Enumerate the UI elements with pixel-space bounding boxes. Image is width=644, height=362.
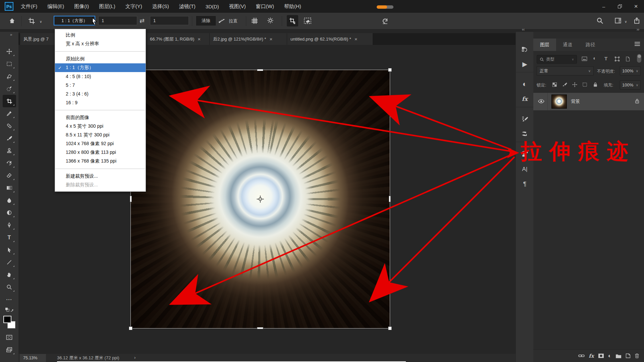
tab-close-icon[interactable]: × — [198, 36, 201, 42]
actions-panel-icon[interactable]: ▶ — [516, 58, 534, 70]
lock-transparency-icon[interactable] — [552, 82, 557, 88]
screen-mode-button[interactable] — [3, 344, 16, 356]
workspace-chevron-icon[interactable]: ∨ — [625, 20, 627, 23]
filter-adjustment-layers-icon[interactable]: ◐ — [593, 55, 596, 61]
layer-filter-select[interactable]: 类型 ∨ — [537, 55, 577, 64]
clone-stamp-tool[interactable] — [3, 144, 16, 157]
color-swatches[interactable] — [3, 315, 16, 331]
search-icon[interactable] — [596, 17, 603, 24]
menu-filter[interactable]: 滤镜(T) — [179, 3, 196, 10]
gradient-tool[interactable] — [3, 182, 16, 194]
crop-handle-bottom-right[interactable] — [388, 326, 392, 330]
menu-edit[interactable]: 编辑(E) — [47, 3, 64, 10]
lock-position-icon[interactable] — [572, 82, 577, 88]
crop-settings-gear-icon[interactable] — [267, 17, 274, 24]
toolbar-expand-icon[interactable]: ›› — [10, 33, 12, 37]
lock-pixels-icon[interactable] — [562, 82, 567, 88]
home-icon[interactable] — [9, 17, 15, 24]
dodge-tool[interactable] — [3, 206, 16, 219]
filter-shape-layers-icon[interactable] — [614, 56, 620, 63]
tab-paths[interactable]: 路径 — [579, 39, 602, 51]
edit-toolbar-button[interactable]: ··· — [3, 293, 16, 306]
aspect-ratio-select[interactable]: 1 : 1（方形） — [54, 16, 95, 25]
menu-window[interactable]: 窗口(W) — [256, 3, 274, 10]
layer-row-background[interactable]: 背景 — [533, 93, 644, 110]
adjustments-panel-icon[interactable]: ◐ — [516, 78, 534, 90]
history-panel-icon[interactable] — [516, 44, 534, 56]
crop-handle-top[interactable] — [257, 69, 263, 71]
new-layer-icon[interactable] — [626, 353, 631, 358]
fill-select[interactable]: 100% ∨ — [620, 80, 641, 89]
filter-pixel-layers-icon[interactable] — [582, 56, 587, 63]
crop-tool-preset-icon[interactable] — [28, 17, 35, 24]
zoom-tool[interactable] — [3, 281, 16, 293]
menu-item-4-5[interactable]: 4 : 5 (8 : 10) — [55, 72, 146, 81]
tab-hou2[interactable]: 后2.jpg @ 121%(RGB/8#) * × — [210, 33, 287, 45]
menu-3d[interactable]: 3D(D) — [206, 4, 219, 9]
crop-width-input[interactable]: 1 — [98, 16, 137, 25]
tab-channels[interactable]: 通道 — [556, 39, 579, 51]
reset-icon[interactable] — [381, 17, 389, 25]
content-aware-icon[interactable] — [304, 17, 312, 25]
menu-item-1280x800[interactable]: 1280 x 800 像素 113 ppi — [55, 148, 146, 157]
styles-panel-icon[interactable]: fx — [516, 93, 534, 105]
menu-item-front-image[interactable]: 前面的图像 — [55, 113, 146, 122]
menu-select[interactable]: 选择(S) — [152, 3, 169, 10]
restore-button[interactable] — [612, 0, 628, 13]
hand-tool[interactable] — [3, 268, 16, 281]
panel-menu-icon[interactable] — [635, 42, 640, 46]
crop-handle-bottom-left[interactable] — [129, 326, 132, 330]
menu-item-85x11-300ppi[interactable]: 8.5 x 11 英寸 300 ppi — [55, 131, 146, 139]
menu-item-4x5-300ppi[interactable]: 4 x 5 英寸 300 ppi — [55, 122, 146, 131]
add-layer-mask-icon[interactable] — [598, 353, 604, 358]
delete-layer-icon[interactable] — [635, 353, 639, 358]
expand-panels-icon[interactable]: ›› — [637, 27, 639, 32]
menu-item-wxhxres[interactable]: 宽 x 高 x 分辨率 — [55, 40, 146, 48]
history-brush-tool[interactable] — [3, 157, 16, 169]
brush-tool[interactable] — [3, 132, 16, 144]
path-selection-tool[interactable] — [3, 244, 16, 256]
link-layers-icon[interactable] — [578, 354, 585, 358]
blend-mode-select[interactable]: 正常 ∨ — [537, 66, 594, 75]
chevron-down-icon[interactable]: ∨ — [40, 20, 42, 23]
quick-selection-tool[interactable] — [3, 82, 16, 95]
menu-item-1024x768[interactable]: 1024 x 768 像素 92 ppi — [55, 139, 146, 148]
tab-close-icon[interactable]: × — [355, 36, 358, 42]
menu-item-1-1-square[interactable]: ✓ 1 : 1（方形） — [55, 63, 146, 72]
filter-smart-objects-icon[interactable] — [625, 56, 630, 63]
opacity-select[interactable]: 100% ∨ — [620, 66, 641, 75]
menu-item-1366x768[interactable]: 1366 x 768 像素 135 ppi — [55, 157, 146, 166]
crop-handle-top-right[interactable] — [388, 68, 392, 72]
foreground-color-swatch[interactable] — [3, 316, 11, 323]
filter-type-layers-icon[interactable]: T — [604, 56, 607, 61]
overlay-grid-icon[interactable] — [251, 17, 258, 24]
menu-help[interactable]: 帮助(H) — [284, 3, 301, 10]
menu-item-original-ratio[interactable]: 原始比例 — [55, 55, 146, 63]
workspace-switcher-icon[interactable] — [614, 17, 622, 24]
blur-tool[interactable] — [3, 194, 16, 206]
menu-layer[interactable]: 图层(L) — [99, 3, 115, 10]
clear-button[interactable]: 清除 — [196, 16, 216, 25]
filter-toggle-switch[interactable] — [637, 54, 641, 63]
close-button[interactable]: × — [628, 0, 644, 13]
crop-tool[interactable] — [3, 95, 16, 107]
menu-item-16-9[interactable]: 16 : 9 — [55, 98, 146, 107]
delete-cropped-pixels-toggle[interactable] — [287, 15, 298, 26]
menu-item-5-7[interactable]: 5 : 7 — [55, 81, 146, 89]
swap-dimensions-icon[interactable]: ⇄ — [140, 17, 145, 24]
menu-file[interactable]: 文件(F) — [21, 3, 37, 10]
quick-mask-button[interactable] — [3, 331, 16, 344]
new-group-icon[interactable] — [615, 354, 622, 358]
type-tool[interactable]: T — [3, 231, 16, 244]
straighten-icon[interactable] — [219, 17, 225, 24]
paragraph-panel-icon[interactable]: ¶ — [516, 178, 534, 190]
menu-view[interactable]: 视图(V) — [229, 3, 246, 10]
new-adjustment-layer-icon[interactable]: ◐ — [608, 353, 611, 359]
layer-thumbnail[interactable] — [551, 95, 567, 109]
line-tool[interactable] — [3, 256, 16, 268]
status-chevron-icon[interactable]: › — [134, 355, 136, 360]
straighten-label[interactable]: 拉直 — [229, 18, 237, 24]
collapse-panels-icon[interactable]: ‹‹ — [522, 27, 525, 32]
lasso-tool[interactable] — [3, 70, 16, 82]
brush-settings-panel-icon[interactable] — [516, 113, 534, 125]
